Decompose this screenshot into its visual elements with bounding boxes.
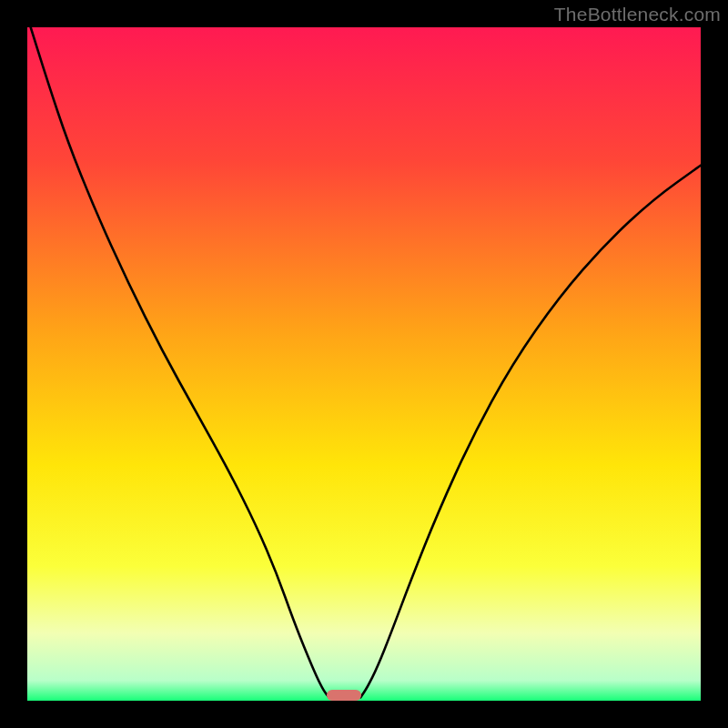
chart-frame: TheBottleneck.com	[0, 0, 728, 728]
watermark-text: TheBottleneck.com	[554, 4, 721, 25]
curve-left-branch	[31, 27, 329, 697]
bottleneck-curve	[27, 27, 701, 701]
bottleneck-marker	[327, 690, 361, 701]
plot-area	[27, 27, 701, 701]
curve-right-branch	[360, 166, 701, 698]
